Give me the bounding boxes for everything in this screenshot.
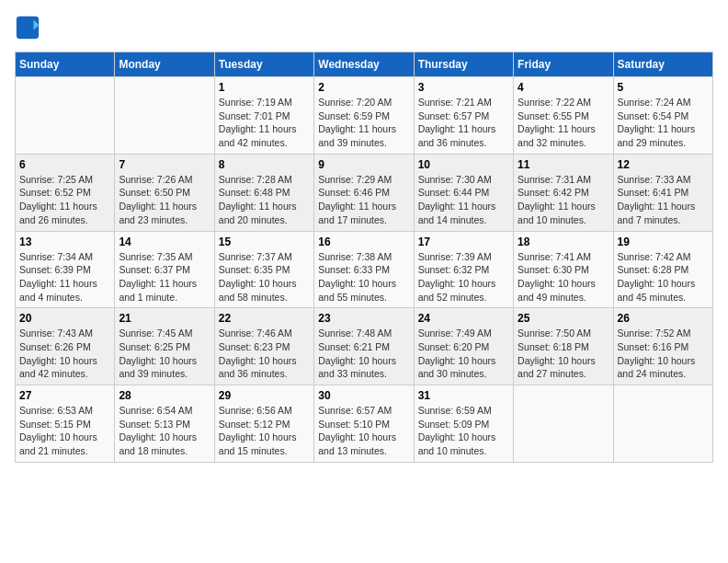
day-number: 4 [518,81,609,94]
day-info: Sunrise: 6:54 AM Sunset: 5:13 PM Dayligh… [119,404,210,458]
weekday-header-row: SundayMondayTuesdayWednesdayThursdayFrid… [16,52,713,77]
calendar-cell: 10Sunrise: 7:30 AM Sunset: 6:44 PM Dayli… [414,154,513,231]
day-info: Sunrise: 6:59 AM Sunset: 5:09 PM Dayligh… [418,404,509,458]
calendar-cell: 1Sunrise: 7:19 AM Sunset: 7:01 PM Daylig… [214,77,313,155]
day-number: 5 [618,81,709,94]
day-number: 22 [219,312,310,325]
page-header [15,15,713,40]
calendar-cell: 6Sunrise: 7:25 AM Sunset: 6:52 PM Daylig… [16,154,115,231]
day-number: 11 [518,158,609,171]
day-info: Sunrise: 7:49 AM Sunset: 6:20 PM Dayligh… [418,327,509,381]
day-number: 18 [518,236,609,248]
day-info: Sunrise: 7:25 AM Sunset: 6:52 PM Dayligh… [19,173,110,227]
day-number: 9 [318,158,409,171]
day-info: Sunrise: 7:50 AM Sunset: 6:18 PM Dayligh… [518,327,609,381]
calendar-cell: 31Sunrise: 6:59 AM Sunset: 5:09 PM Dayli… [414,385,513,463]
day-number: 6 [19,158,110,171]
calendar-cell: 22Sunrise: 7:46 AM Sunset: 6:23 PM Dayli… [214,308,313,385]
day-info: Sunrise: 7:43 AM Sunset: 6:26 PM Dayligh… [19,327,110,381]
day-info: Sunrise: 7:29 AM Sunset: 6:46 PM Dayligh… [318,173,409,227]
day-info: Sunrise: 7:24 AM Sunset: 6:54 PM Dayligh… [618,96,709,150]
day-info: Sunrise: 7:48 AM Sunset: 6:21 PM Dayligh… [318,327,409,381]
day-info: Sunrise: 7:52 AM Sunset: 6:16 PM Dayligh… [618,327,709,381]
day-number: 12 [618,158,709,171]
day-info: Sunrise: 7:26 AM Sunset: 6:50 PM Dayligh… [119,173,210,227]
calendar-cell: 23Sunrise: 7:48 AM Sunset: 6:21 PM Dayli… [314,308,414,385]
calendar-cell: 19Sunrise: 7:42 AM Sunset: 6:28 PM Dayli… [613,231,712,308]
day-info: Sunrise: 7:28 AM Sunset: 6:48 PM Dayligh… [219,173,310,227]
day-number: 28 [119,389,210,402]
calendar-cell: 28Sunrise: 6:54 AM Sunset: 5:13 PM Dayli… [115,385,214,463]
calendar-cell: 27Sunrise: 6:53 AM Sunset: 5:15 PM Dayli… [16,385,115,463]
calendar-cell [16,77,115,155]
logo-icon [15,15,40,40]
day-number: 7 [119,158,210,171]
day-number: 20 [19,312,110,325]
day-number: 23 [318,312,409,325]
day-number: 2 [318,81,409,94]
day-number: 30 [318,389,409,402]
day-number: 26 [618,312,709,325]
calendar-cell: 12Sunrise: 7:33 AM Sunset: 6:41 PM Dayli… [613,154,712,231]
calendar-week-row: 20Sunrise: 7:43 AM Sunset: 6:26 PM Dayli… [16,308,713,385]
day-info: Sunrise: 6:57 AM Sunset: 5:10 PM Dayligh… [318,404,409,458]
calendar-cell [115,77,214,155]
day-number: 21 [119,312,210,325]
day-number: 25 [518,312,609,325]
calendar-cell: 2Sunrise: 7:20 AM Sunset: 6:59 PM Daylig… [314,77,414,155]
day-info: Sunrise: 7:42 AM Sunset: 6:28 PM Dayligh… [618,250,709,304]
day-number: 29 [219,389,310,402]
calendar-table: SundayMondayTuesdayWednesdayThursdayFrid… [15,52,713,463]
day-info: Sunrise: 7:46 AM Sunset: 6:23 PM Dayligh… [219,327,310,381]
day-number: 3 [418,81,509,94]
calendar-cell: 8Sunrise: 7:28 AM Sunset: 6:48 PM Daylig… [214,154,313,231]
day-info: Sunrise: 7:35 AM Sunset: 6:37 PM Dayligh… [119,250,210,304]
day-info: Sunrise: 7:22 AM Sunset: 6:55 PM Dayligh… [518,96,609,150]
weekday-header-monday: Monday [115,52,214,77]
logo [15,15,44,40]
calendar-cell: 16Sunrise: 7:38 AM Sunset: 6:33 PM Dayli… [314,231,414,308]
calendar-cell: 30Sunrise: 6:57 AM Sunset: 5:10 PM Dayli… [314,385,414,463]
weekday-header-tuesday: Tuesday [214,52,313,77]
calendar-cell: 15Sunrise: 7:37 AM Sunset: 6:35 PM Dayli… [214,231,313,308]
day-info: Sunrise: 6:56 AM Sunset: 5:12 PM Dayligh… [219,404,310,458]
day-info: Sunrise: 7:45 AM Sunset: 6:25 PM Dayligh… [119,327,210,381]
day-number: 1 [219,81,310,94]
day-number: 16 [318,236,409,248]
calendar-week-row: 27Sunrise: 6:53 AM Sunset: 5:15 PM Dayli… [16,385,713,463]
day-info: Sunrise: 7:33 AM Sunset: 6:41 PM Dayligh… [618,173,709,227]
calendar-cell: 24Sunrise: 7:49 AM Sunset: 6:20 PM Dayli… [414,308,513,385]
calendar-cell: 9Sunrise: 7:29 AM Sunset: 6:46 PM Daylig… [314,154,414,231]
day-number: 15 [219,236,310,248]
calendar-week-row: 6Sunrise: 7:25 AM Sunset: 6:52 PM Daylig… [16,154,713,231]
calendar-cell: 3Sunrise: 7:21 AM Sunset: 6:57 PM Daylig… [414,77,513,155]
day-number: 24 [418,312,509,325]
calendar-cell: 7Sunrise: 7:26 AM Sunset: 6:50 PM Daylig… [115,154,214,231]
day-number: 17 [418,236,509,248]
day-info: Sunrise: 7:37 AM Sunset: 6:35 PM Dayligh… [219,250,310,304]
day-info: Sunrise: 7:19 AM Sunset: 7:01 PM Dayligh… [219,96,310,150]
day-number: 8 [219,158,310,171]
day-number: 27 [19,389,110,402]
weekday-header-wednesday: Wednesday [314,52,414,77]
calendar-cell: 17Sunrise: 7:39 AM Sunset: 6:32 PM Dayli… [414,231,513,308]
calendar-cell: 4Sunrise: 7:22 AM Sunset: 6:55 PM Daylig… [514,77,613,155]
day-number: 19 [618,236,709,248]
day-number: 31 [418,389,509,402]
calendar-cell [613,385,712,463]
day-info: Sunrise: 7:38 AM Sunset: 6:33 PM Dayligh… [318,250,409,304]
calendar-cell: 13Sunrise: 7:34 AM Sunset: 6:39 PM Dayli… [16,231,115,308]
day-info: Sunrise: 7:34 AM Sunset: 6:39 PM Dayligh… [19,250,110,304]
calendar-cell: 21Sunrise: 7:45 AM Sunset: 6:25 PM Dayli… [115,308,214,385]
calendar-cell: 11Sunrise: 7:31 AM Sunset: 6:42 PM Dayli… [514,154,613,231]
calendar-cell: 29Sunrise: 6:56 AM Sunset: 5:12 PM Dayli… [214,385,313,463]
calendar-cell: 26Sunrise: 7:52 AM Sunset: 6:16 PM Dayli… [613,308,712,385]
calendar-cell: 20Sunrise: 7:43 AM Sunset: 6:26 PM Dayli… [16,308,115,385]
day-info: Sunrise: 7:39 AM Sunset: 6:32 PM Dayligh… [418,250,509,304]
calendar-cell: 18Sunrise: 7:41 AM Sunset: 6:30 PM Dayli… [514,231,613,308]
day-info: Sunrise: 7:41 AM Sunset: 6:30 PM Dayligh… [518,250,609,304]
calendar-week-row: 13Sunrise: 7:34 AM Sunset: 6:39 PM Dayli… [16,231,713,308]
day-number: 10 [418,158,509,171]
weekday-header-saturday: Saturday [613,52,712,77]
calendar-cell: 5Sunrise: 7:24 AM Sunset: 6:54 PM Daylig… [613,77,712,155]
